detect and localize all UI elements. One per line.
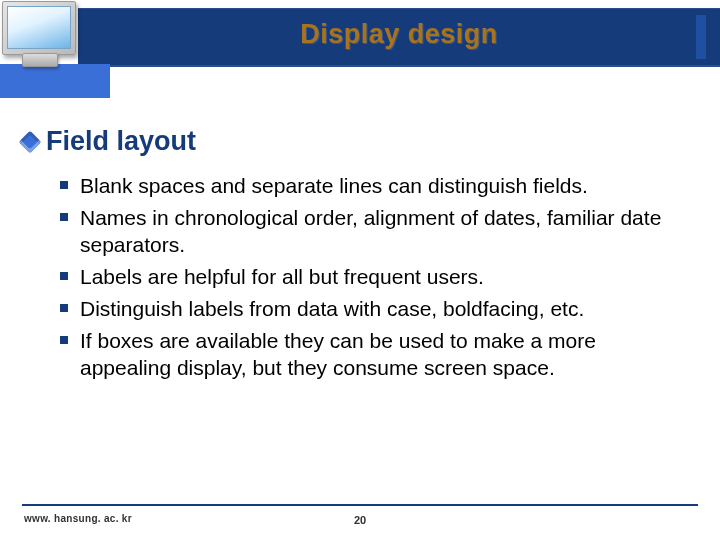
bullet-text: Labels are helpful for all but frequent … <box>80 263 484 291</box>
bullet-text: Blank spaces and separate lines can dist… <box>80 172 588 200</box>
square-bullet-icon <box>60 272 68 280</box>
footer-divider <box>22 504 698 506</box>
square-bullet-icon <box>60 304 68 312</box>
square-bullet-icon <box>60 336 68 344</box>
square-bullet-icon <box>60 181 68 189</box>
diamond-bullet-icon <box>19 130 42 153</box>
list-item: Names in chronological order, alignment … <box>60 204 688 259</box>
bullet-list: Blank spaces and separate lines can dist… <box>60 172 688 386</box>
title-bar: Display design <box>78 8 720 67</box>
page-number: 20 <box>0 514 720 526</box>
list-item: Distinguish labels from data with case, … <box>60 295 688 323</box>
header-accent-block <box>0 64 110 98</box>
square-bullet-icon <box>60 213 68 221</box>
slide-title: Display design <box>78 19 720 50</box>
list-item: Labels are helpful for all but frequent … <box>60 263 688 291</box>
bullet-text: Distinguish labels from data with case, … <box>80 295 584 323</box>
section-heading-label: Field layout <box>46 126 196 157</box>
slide: Display design Field layout Blank spaces… <box>0 0 720 540</box>
bullet-text: Names in chronological order, alignment … <box>80 204 688 259</box>
list-item: If boxes are available they can be used … <box>60 327 688 382</box>
monitor-icon <box>2 1 76 69</box>
section-heading: Field layout <box>22 126 196 157</box>
list-item: Blank spaces and separate lines can dist… <box>60 172 688 200</box>
bullet-text: If boxes are available they can be used … <box>80 327 688 382</box>
